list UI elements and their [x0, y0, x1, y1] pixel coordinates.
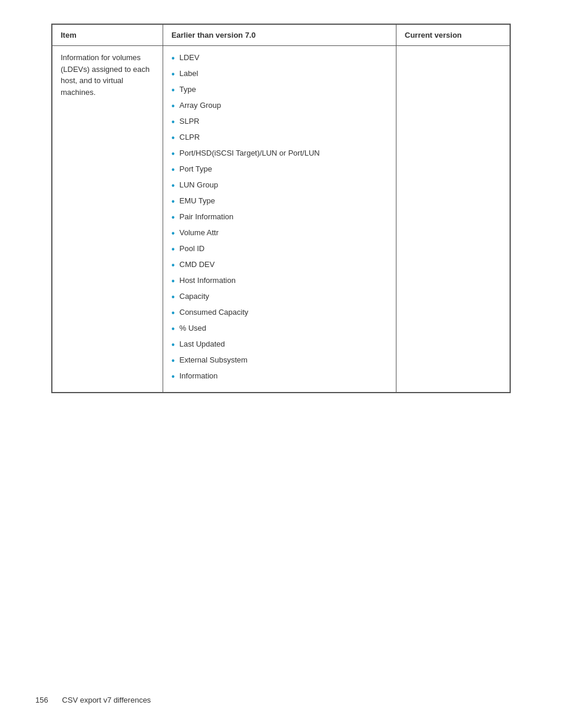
- bullet-icon: •: [171, 179, 175, 193]
- bullet-icon: •: [171, 163, 175, 177]
- header-earlier: Earlier than version 7.0: [163, 25, 396, 46]
- bullet-icon: •: [171, 67, 175, 81]
- bullet-icon: •: [171, 131, 175, 145]
- list-item-text: Capacity: [180, 291, 210, 302]
- header-item: Item: [52, 25, 163, 46]
- list-item: •LUN Group: [171, 179, 388, 193]
- bullet-icon: •: [171, 354, 175, 368]
- list-item-text: LDEV: [180, 52, 200, 64]
- list-item: •Host Information: [171, 275, 388, 288]
- list-item-text: Host Information: [180, 275, 236, 286]
- list-item: •Pair Information: [171, 211, 388, 225]
- item-description: Information for volumes (LDEVs) assigned…: [61, 53, 150, 97]
- bullet-icon: •: [171, 195, 175, 209]
- list-item: •% Used: [171, 322, 388, 336]
- bullet-icon: •: [171, 258, 175, 272]
- list-item-text: Port Type: [180, 163, 212, 175]
- header-current: Current version: [396, 25, 510, 46]
- list-item-text: Pool ID: [180, 243, 205, 255]
- list-item-text: LUN Group: [180, 179, 219, 191]
- bullet-icon: •: [171, 322, 175, 336]
- list-item: •Type: [171, 84, 388, 97]
- bullet-icon: •: [171, 147, 175, 161]
- section-title: CSV export v7 differences: [62, 696, 151, 704]
- bullet-icon: •: [171, 83, 175, 97]
- list-item-text: External Subsystem: [180, 354, 248, 366]
- list-item-text: Consumed Capacity: [180, 307, 249, 318]
- list-item: •Consumed Capacity: [171, 307, 388, 320]
- list-item-text: CMD DEV: [180, 259, 215, 271]
- page-footer: 156 CSV export v7 differences: [35, 696, 151, 704]
- list-item-text: % Used: [180, 322, 207, 334]
- list-item-text: Port/HSD(iSCSI Target)/LUN or Port/LUN: [180, 147, 320, 159]
- bullet-icon: •: [171, 242, 175, 256]
- item-cell: Information for volumes (LDEVs) assigned…: [52, 46, 163, 393]
- list-item-text: Volume Attr: [180, 227, 219, 239]
- list-item-text: Type: [180, 84, 196, 95]
- page-container: Item Earlier than version 7.0 Current ve…: [0, 0, 562, 417]
- bullet-icon: •: [171, 306, 175, 320]
- list-item-text: Array Group: [180, 100, 222, 111]
- list-item: •CMD DEV: [171, 259, 388, 272]
- list-item: •EMU Type: [171, 195, 388, 209]
- list-item: •Volume Attr: [171, 227, 388, 241]
- list-item-text: Pair Information: [180, 211, 234, 223]
- bullet-icon: •: [171, 370, 175, 384]
- list-item-text: EMU Type: [180, 195, 215, 207]
- list-item: •Capacity: [171, 291, 388, 304]
- earlier-list: •LDEV•Label•Type•Array Group•SLPR•CLPR•P…: [171, 52, 388, 384]
- table-row: Information for volumes (LDEVs) assigned…: [52, 46, 510, 393]
- bullet-icon: •: [171, 115, 175, 129]
- list-item-text: Last Updated: [180, 338, 225, 350]
- list-item: •Last Updated: [171, 338, 388, 352]
- page-number: 156: [35, 696, 48, 704]
- list-item: •Port Type: [171, 163, 388, 177]
- list-item: •Pool ID: [171, 243, 388, 256]
- list-item: •External Subsystem: [171, 354, 388, 368]
- list-item: •SLPR: [171, 116, 388, 129]
- earlier-cell: •LDEV•Label•Type•Array Group•SLPR•CLPR•P…: [163, 46, 396, 393]
- bullet-icon: •: [171, 274, 175, 288]
- current-cell: [396, 46, 510, 393]
- list-item-text: CLPR: [180, 131, 200, 143]
- list-item-text: Label: [180, 68, 199, 80]
- list-item: •Information: [171, 370, 388, 384]
- list-item-text: Information: [180, 370, 218, 382]
- list-item: •Array Group: [171, 100, 388, 113]
- list-item-text: SLPR: [180, 116, 200, 127]
- list-item: •Label: [171, 68, 388, 81]
- bullet-icon: •: [171, 290, 175, 304]
- bullet-icon: •: [171, 99, 175, 113]
- main-table: Item Earlier than version 7.0 Current ve…: [52, 24, 510, 393]
- list-item: •LDEV: [171, 52, 388, 65]
- bullet-icon: •: [171, 338, 175, 352]
- bullet-icon: •: [171, 226, 175, 241]
- bullet-icon: •: [171, 51, 175, 65]
- list-item: •CLPR: [171, 131, 388, 145]
- list-item: •Port/HSD(iSCSI Target)/LUN or Port/LUN: [171, 147, 388, 161]
- table-wrapper: Item Earlier than version 7.0 Current ve…: [51, 24, 511, 393]
- bullet-icon: •: [171, 210, 175, 225]
